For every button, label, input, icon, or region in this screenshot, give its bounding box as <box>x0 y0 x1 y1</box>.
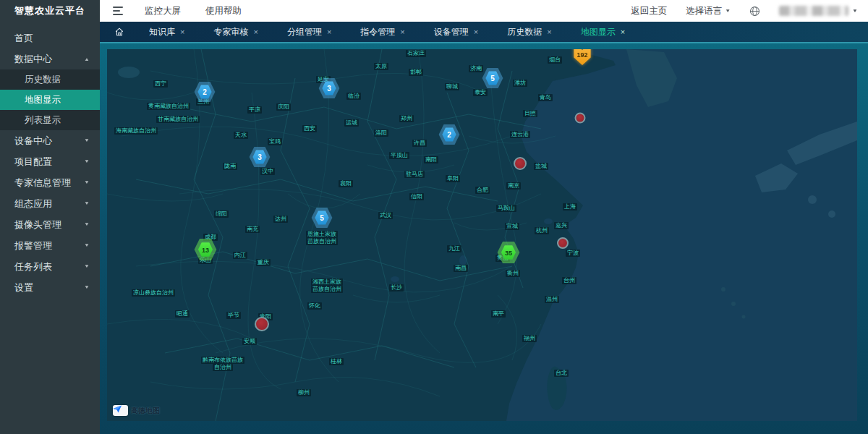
map-dot-marker[interactable] <box>557 237 569 249</box>
tab-label: 设备管理 <box>434 26 469 38</box>
tab-label: 指令管理 <box>360 26 395 38</box>
mainland-shape <box>107 49 616 421</box>
tab[interactable]: 指令管理× <box>347 22 420 42</box>
map-attribution-text: 高德地图 <box>131 406 160 416</box>
tab-label: 分组管理 <box>287 26 322 38</box>
sidebar-item-label: 设置 <box>14 281 33 294</box>
chevron-down-icon: ▼ <box>84 264 90 269</box>
app-window: 智慧农业云平台 首页数据中心▲历史数据地图显示列表显示设备中心▼项目配置▼专家信… <box>0 0 868 434</box>
sidebar-item[interactable]: 数据中心▲ <box>0 48 100 69</box>
map-cluster-marker[interactable]: 3 <box>318 77 340 99</box>
map-attribution: 高德地图 <box>113 405 160 416</box>
tab-close-icon[interactable]: × <box>621 27 625 36</box>
tab-bar: 知识库×专家审核×分组管理×指令管理×设备管理×历史数据×地图显示× <box>100 22 868 42</box>
map-cluster-marker[interactable]: 5 <box>311 207 333 229</box>
japan-shape <box>755 163 798 192</box>
home-tab-icon[interactable] <box>114 27 124 37</box>
tab-close-icon[interactable]: × <box>253 27 258 36</box>
sidebar-submenu: 历史数据地图显示列表显示 <box>0 69 100 130</box>
sidebar-item-label: 设备中心 <box>14 135 52 148</box>
content-area: 西宁兰州黄南藏族自治州甘南藏族自治州海南藏族自治州天水平凉庆阳延安临汾运城西安宝… <box>100 42 868 434</box>
tab-label: 历史数据 <box>507 26 542 38</box>
tab[interactable]: 专家审核× <box>200 22 273 42</box>
user-menu[interactable]: ▼ <box>779 6 858 16</box>
tab-close-icon[interactable]: × <box>180 27 184 36</box>
tab-label: 知识库 <box>149 26 175 38</box>
map-cluster-marker[interactable]: 3 <box>249 146 271 168</box>
chevron-down-icon: ▼ <box>84 243 90 248</box>
language-label: 选择语言 <box>686 5 722 17</box>
collapse-menu-icon[interactable] <box>113 7 123 15</box>
amap-logo-icon <box>113 405 128 416</box>
sidebar-nav: 首页数据中心▲历史数据地图显示列表显示设备中心▼项目配置▼专家信息管理▼组态应用… <box>0 22 100 298</box>
main-area: 监控大屏使用帮助 返回主页 选择语言 ▼ ▼ <box>100 0 868 434</box>
chevron-down-icon: ▼ <box>84 159 90 164</box>
sidebar-subitem-active[interactable]: 地图显示 <box>0 90 100 110</box>
globe-icon[interactable] <box>749 6 760 17</box>
sidebar-item[interactable]: 摄像头管理▼ <box>0 214 100 235</box>
tab-close-icon[interactable]: × <box>400 27 404 36</box>
chevron-down-icon: ▼ <box>84 285 90 290</box>
topbar-link[interactable]: 使用帮助 <box>205 5 242 17</box>
sidebar-item-label: 报警管理 <box>14 239 52 252</box>
tab-close-icon[interactable]: × <box>474 27 478 36</box>
sidebar-item-label: 项目配置 <box>14 156 52 169</box>
map-cluster-marker[interactable]: 5 <box>482 67 503 89</box>
map-pin-marker[interactable]: 192 <box>573 49 592 66</box>
sidebar-item[interactable]: 首页 <box>0 27 100 48</box>
sidebar-item[interactable]: 专家信息管理▼ <box>0 172 100 193</box>
sidebar-subitem[interactable]: 历史数据 <box>0 69 100 90</box>
map-dot-marker[interactable] <box>255 317 269 331</box>
tab[interactable]: 分组管理× <box>274 22 347 42</box>
tab[interactable]: 历史数据× <box>494 22 567 42</box>
map-canvas <box>107 49 857 421</box>
app-title: 智慧农业云平台 <box>0 0 100 22</box>
language-select[interactable]: 选择语言 ▼ <box>686 5 731 17</box>
chevron-down-icon: ▼ <box>84 222 90 227</box>
pin-count: 192 <box>576 51 587 58</box>
chevron-up-icon: ▲ <box>84 56 90 61</box>
sidebar-item-label: 专家信息管理 <box>14 176 71 190</box>
topbar-link[interactable]: 监控大屏 <box>145 5 181 17</box>
tab-close-icon[interactable]: × <box>327 27 331 36</box>
sidebar-item-label: 任务列表 <box>14 260 52 273</box>
sidebar-item-label: 摄像头管理 <box>14 218 61 231</box>
sidebar-item[interactable]: 报警管理▼ <box>0 235 100 256</box>
sidebar: 智慧农业云平台 首页数据中心▲历史数据地图显示列表显示设备中心▼项目配置▼专家信… <box>0 0 100 434</box>
chevron-down-icon: ▼ <box>84 180 90 185</box>
sidebar-item[interactable]: 设备中心▼ <box>0 130 100 151</box>
taiwan-shape <box>547 367 566 410</box>
sidebar-item-label: 首页 <box>14 32 33 45</box>
map-cluster-marker[interactable]: 35 <box>497 241 520 264</box>
sidebar-item[interactable]: 任务列表▼ <box>0 256 100 277</box>
map-cluster-marker[interactable]: 2 <box>438 124 460 145</box>
chevron-down-icon: ▼ <box>84 201 90 206</box>
korea-shape <box>626 49 677 107</box>
map-display[interactable]: 西宁兰州黄南藏族自治州甘南藏族自治州海南藏族自治州天水平凉庆阳延安临汾运城西安宝… <box>107 49 857 421</box>
sidebar-item[interactable]: 项目配置▼ <box>0 151 100 172</box>
sidebar-item-label: 组态应用 <box>14 197 52 210</box>
return-home-link[interactable]: 返回主页 <box>631 5 667 17</box>
sidebar-item[interactable]: 设置▼ <box>0 277 100 298</box>
map-dot-marker[interactable] <box>514 157 527 170</box>
map-cluster-marker[interactable]: 13 <box>194 238 217 261</box>
japan-shape <box>787 122 857 165</box>
chevron-down-icon: ▼ <box>84 138 90 143</box>
user-name-redacted <box>779 6 848 16</box>
sidebar-subitem[interactable]: 列表显示 <box>0 110 100 130</box>
tab[interactable]: 设备管理× <box>421 22 494 42</box>
tab-label: 专家审核 <box>213 26 248 38</box>
map-cluster-marker[interactable]: 2 <box>194 81 216 103</box>
chevron-down-icon: ▼ <box>725 8 731 13</box>
tab-active[interactable]: 地图显示× <box>568 22 641 42</box>
tab[interactable]: 知识库× <box>136 22 200 42</box>
map-dot-marker[interactable] <box>575 113 586 124</box>
tab-close-icon[interactable]: × <box>547 27 551 36</box>
sidebar-item[interactable]: 组态应用▼ <box>0 193 100 214</box>
tab-label: 地图显示 <box>581 26 616 38</box>
chevron-down-icon: ▼ <box>852 8 858 13</box>
sidebar-item-label: 数据中心 <box>14 53 52 66</box>
topbar: 监控大屏使用帮助 返回主页 选择语言 ▼ ▼ <box>100 0 868 22</box>
